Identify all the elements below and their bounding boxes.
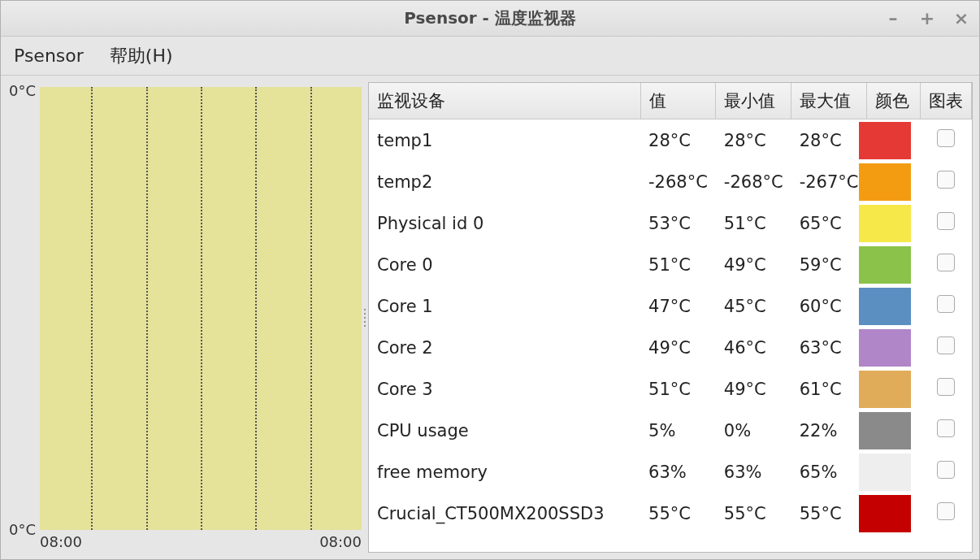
sensor-value: 53°C — [640, 202, 716, 244]
x-axis-labels: 08:00 08:00 — [40, 533, 362, 553]
sensor-value: 51°C — [640, 244, 716, 285]
sensor-min: 55°C — [716, 493, 791, 534]
col-max[interactable]: 最大值 — [791, 83, 867, 119]
table-row[interactable]: temp128°C28°C28°C — [369, 119, 972, 162]
table-row[interactable]: Physical id 053°C51°C65°C — [369, 202, 972, 244]
sensor-value: 5% — [640, 410, 716, 451]
sensor-max: 59°C — [791, 244, 867, 285]
sensor-max: 65°C — [791, 202, 867, 244]
sensor-value: 63% — [640, 451, 716, 493]
app-window: Psensor - 温度监视器 – + × Psensor 帮助(H) 0°C … — [0, 0, 980, 560]
color-swatch[interactable] — [859, 371, 911, 408]
sensor-name: Core 3 — [369, 368, 640, 410]
sensor-min: 0% — [716, 410, 791, 451]
color-swatch[interactable] — [859, 495, 911, 532]
minimize-button[interactable]: – — [883, 8, 903, 28]
color-swatch[interactable] — [859, 205, 911, 242]
col-color[interactable]: 颜色 — [867, 83, 921, 119]
sensor-max: 60°C — [791, 285, 867, 327]
close-button[interactable]: × — [952, 8, 971, 28]
sensor-max: 28°C — [791, 119, 867, 162]
chart-checkbox[interactable] — [937, 212, 955, 230]
x-axis-end-label: 08:00 — [319, 533, 362, 553]
color-swatch[interactable] — [859, 329, 911, 367]
sensor-value: 55°C — [640, 493, 716, 534]
sensor-max: 55°C — [791, 493, 867, 534]
pane-splitter[interactable] — [362, 82, 368, 553]
window-controls: – + × — [883, 1, 971, 36]
sensor-max: 61°C — [791, 368, 867, 410]
sensor-max: 65% — [791, 451, 867, 493]
sensor-max: 22% — [791, 410, 867, 451]
sensor-name: Crucial_CT500MX200SSD3 — [369, 493, 640, 534]
sensor-name: CPU usage — [369, 410, 640, 451]
col-chart[interactable]: 图表 — [921, 83, 972, 119]
sensor-value: 28°C — [640, 119, 716, 162]
chart-checkbox[interactable] — [937, 295, 955, 313]
sensor-value: -268°C — [640, 161, 716, 202]
sensor-min: 51°C — [716, 202, 791, 244]
chart-checkbox[interactable] — [937, 461, 955, 479]
chart-checkbox[interactable] — [937, 502, 955, 520]
plot-area — [40, 87, 362, 530]
window-title: Psensor - 温度监视器 — [404, 7, 576, 29]
sensor-table-pane: 监视设备 值 最小值 最大值 颜色 图表 temp128°C28°C28°Cte… — [368, 82, 973, 553]
content-area: 0°C 0°C 08:00 08:00 — [1, 76, 979, 559]
sensor-min: 49°C — [716, 244, 791, 285]
sensor-max: -267°C — [791, 161, 867, 202]
sensor-table: 监视设备 值 最小值 最大值 颜色 图表 temp128°C28°C28°Cte… — [369, 83, 972, 534]
chart-checkbox[interactable] — [937, 254, 955, 271]
color-swatch[interactable] — [859, 454, 911, 491]
titlebar: Psensor - 温度监视器 – + × — [1, 1, 979, 37]
color-swatch[interactable] — [859, 288, 911, 325]
sensor-name: temp2 — [369, 161, 640, 202]
sensor-name: free memory — [369, 451, 640, 493]
y-axis-bottom-label: 0°C — [9, 521, 36, 538]
table-row[interactable]: Core 051°C49°C59°C — [369, 244, 972, 285]
menubar: Psensor 帮助(H) — [1, 37, 979, 76]
table-row[interactable]: free memory63%63%65% — [369, 451, 972, 493]
color-swatch[interactable] — [859, 412, 911, 449]
menu-psensor[interactable]: Psensor — [9, 41, 89, 71]
sensor-name: Physical id 0 — [369, 202, 640, 244]
y-axis-top-label: 0°C — [9, 82, 36, 99]
sensor-max: 63°C — [791, 327, 867, 368]
sensor-name: Core 0 — [369, 244, 640, 285]
sensor-min: 28°C — [716, 119, 791, 162]
sensor-min: 46°C — [716, 327, 791, 368]
table-row[interactable]: Core 249°C46°C63°C — [369, 327, 972, 368]
chart-checkbox[interactable] — [937, 419, 955, 437]
sensor-value: 47°C — [640, 285, 716, 327]
color-swatch[interactable] — [859, 163, 911, 201]
maximize-button[interactable]: + — [917, 8, 937, 28]
color-swatch[interactable] — [859, 122, 911, 159]
color-swatch[interactable] — [859, 246, 911, 284]
x-axis-start-label: 08:00 — [40, 533, 82, 553]
col-device[interactable]: 监视设备 — [369, 83, 640, 119]
sensor-min: -268°C — [716, 161, 791, 202]
chart-checkbox[interactable] — [937, 336, 955, 354]
graph-pane: 0°C 0°C 08:00 08:00 — [7, 82, 362, 553]
sensor-value: 49°C — [640, 327, 716, 368]
table-row[interactable]: Crucial_CT500MX200SSD355°C55°C55°C — [369, 493, 972, 534]
sensor-name: Core 2 — [369, 327, 640, 368]
sensor-min: 45°C — [716, 285, 791, 327]
chart-checkbox[interactable] — [937, 129, 955, 147]
sensor-min: 63% — [716, 451, 791, 493]
table-row[interactable]: CPU usage5%0%22% — [369, 410, 972, 451]
sensor-name: Core 1 — [369, 285, 640, 327]
col-min[interactable]: 最小值 — [716, 83, 791, 119]
menu-help[interactable]: 帮助(H) — [105, 39, 178, 73]
sensor-min: 49°C — [716, 368, 791, 410]
table-row[interactable]: Core 351°C49°C61°C — [369, 368, 972, 410]
col-value[interactable]: 值 — [640, 83, 716, 119]
sensor-value: 51°C — [640, 368, 716, 410]
table-row[interactable]: temp2-268°C-268°C-267°C — [369, 161, 972, 202]
table-row[interactable]: Core 147°C45°C60°C — [369, 285, 972, 327]
chart-checkbox[interactable] — [937, 378, 955, 396]
graph-plot: 0°C 0°C 08:00 08:00 — [7, 82, 362, 553]
sensor-name: temp1 — [369, 119, 640, 162]
chart-checkbox[interactable] — [937, 171, 955, 189]
